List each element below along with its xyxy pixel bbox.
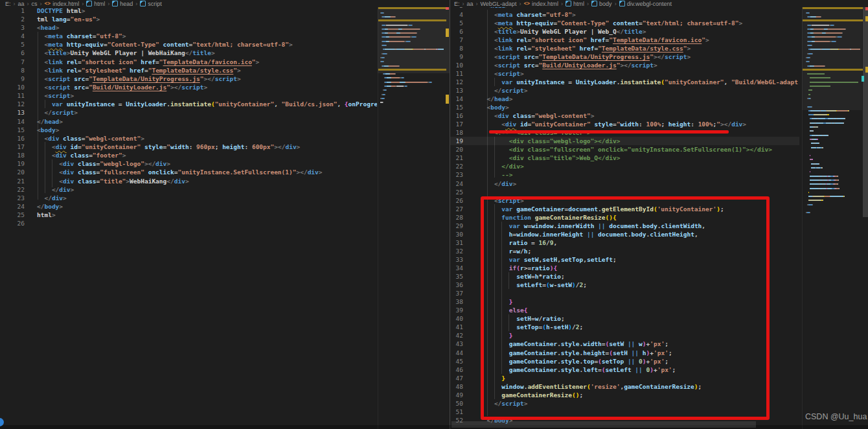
- code-line[interactable]: 16 <div class="webgl-content">: [0, 134, 377, 143]
- line-number: 44: [450, 349, 463, 357]
- minimap-slider-right[interactable]: [802, 4, 862, 110]
- code-line[interactable]: 24</body>: [0, 202, 377, 211]
- chevron-right-icon: ›: [519, 1, 521, 7]
- breadcrumb-item[interactable]: script: [140, 1, 162, 7]
- code-line[interactable]: 7 <link rel="shortcut icon" href="Templa…: [0, 58, 377, 66]
- code-line[interactable]: 17 <div id="unityContainer" style="width…: [0, 143, 377, 151]
- minimap-slider-left[interactable]: [378, 0, 450, 73]
- code-line[interactable]: 21 <div class="title">Web_Q</div>: [450, 154, 799, 162]
- code-line[interactable]: 14 </head>: [450, 95, 799, 103]
- code-line[interactable]: 15 <body>: [450, 103, 799, 111]
- code-line[interactable]: 5 <meta http-equiv="Content-Type" conten…: [0, 40, 377, 49]
- breadcrumb-item[interactable]: WebGL-adapt: [481, 1, 517, 7]
- code-line[interactable]: 4 <meta charset="utf-8">: [0, 32, 377, 40]
- breadcrumb-item[interactable]: div.webgl-content: [619, 1, 672, 7]
- line-number: 32: [450, 247, 463, 255]
- code-line[interactable]: 26: [0, 219, 377, 227]
- chevron-right-icon: ›: [135, 1, 137, 7]
- symbol-icon: [112, 1, 118, 6]
- breadcrumb-item[interactable]: E:: [5, 1, 11, 7]
- line-number: 23: [0, 194, 25, 202]
- chevron-right-icon: ›: [27, 1, 29, 7]
- breadcrumb-item[interactable]: E:: [454, 1, 460, 7]
- code-line[interactable]: 15<body>: [0, 126, 377, 134]
- warning-marker: [446, 29, 449, 37]
- breadcrumb-item[interactable]: cs: [32, 1, 38, 7]
- line-number: 2: [0, 15, 25, 23]
- code-line[interactable]: 25html>: [0, 211, 377, 219]
- code-line[interactable]: 12 var unityInstance = UnityLoader.insta…: [0, 100, 377, 108]
- chevron-right-icon: ›: [82, 1, 84, 7]
- breadcrumb-item[interactable]: aa: [18, 1, 25, 7]
- code-line[interactable]: 13 </script>: [0, 108, 377, 117]
- symbol-icon: [140, 1, 146, 6]
- code-text: </div>: [479, 162, 524, 170]
- breadcrumb-label: aa: [467, 1, 474, 7]
- line-number: 7: [0, 58, 25, 66]
- code-line[interactable]: 22 </div>: [0, 185, 377, 194]
- code-line[interactable]: 22 </div>: [450, 162, 799, 170]
- watermark: CSDN @Uu_hua: [805, 412, 867, 421]
- code-line[interactable]: 7 <link rel="shortcut icon" href="Templa…: [450, 36, 799, 44]
- code-line[interactable]: 12 var unityInstance = UnityLoader.insta…: [450, 78, 799, 86]
- code-line[interactable]: 9 <script src="TemplateData/UnityProgres…: [0, 75, 377, 83]
- code-line[interactable]: 21 <div class="title">WebHaiKang</div>: [0, 177, 377, 185]
- code-line[interactable]: 20 <div class="fullscreen" onclick="unit…: [0, 168, 377, 176]
- code-text: <head>: [37, 23, 59, 32]
- breadcrumb-item[interactable]: aa: [467, 1, 474, 7]
- html-file-icon: <>: [523, 1, 530, 6]
- horizontal-scrollbar[interactable]: [451, 421, 756, 428]
- code-line[interactable]: 14</head>: [0, 117, 377, 126]
- code-text: var unityInstance = UnityLoader.instanti…: [37, 100, 377, 108]
- breadcrumb-item[interactable]: html: [86, 1, 105, 7]
- code-text: <meta http-equiv="Content-Type" content=…: [37, 40, 293, 49]
- line-number: 41: [450, 323, 463, 331]
- code-text: <link rel="shortcut icon" href="Template…: [37, 58, 259, 66]
- line-number: 50: [450, 399, 463, 408]
- code-line[interactable]: 23 </div>: [0, 194, 377, 202]
- code-line[interactable]: 13 </script>: [450, 86, 799, 95]
- code-line[interactable]: 4 <meta charset="utf-8">: [450, 10, 799, 19]
- breadcrumb-item[interactable]: body: [591, 1, 612, 7]
- code-text: </script>: [479, 86, 527, 95]
- code-line[interactable]: 24 </div>: [450, 180, 799, 188]
- code-line[interactable]: 10 <script src="Build/UnityLoader.js"></…: [450, 61, 799, 69]
- code-line[interactable]: 2tml lang="en-us">: [0, 15, 377, 23]
- line-number: 23: [450, 170, 463, 179]
- code-line[interactable]: 17 <div id="unityContainer" style="width…: [450, 120, 799, 128]
- code-line[interactable]: 11 <script>: [450, 69, 799, 78]
- code-text: <body>: [37, 126, 59, 134]
- vertical-scrollbar[interactable]: [863, 4, 868, 217]
- line-number: 18: [0, 151, 25, 159]
- line-number: 25: [0, 211, 25, 219]
- code-line[interactable]: 8 <link rel="stylesheet" href="TemplateD…: [450, 44, 799, 52]
- code-text: <div class="fullscreen" onclick="unityIn…: [37, 168, 323, 176]
- line-number: 4: [0, 32, 25, 40]
- code-line[interactable]: 8 <link rel="stylesheet" href="TemplateD…: [0, 66, 377, 75]
- code-line[interactable]: 20 <div class="fullscreen" onclick="unit…: [450, 145, 799, 154]
- code-text: <script>: [37, 91, 74, 100]
- code-area-left[interactable]: 1DOCTYPE html>2tml lang="en-us">3<head>4…: [0, 0, 377, 429]
- chevron-right-icon: ›: [476, 1, 478, 7]
- code-line[interactable]: 10 <script src="Build/UnityLoader.js"></…: [0, 83, 377, 91]
- code-line[interactable]: 1DOCTYPE html>: [0, 6, 377, 15]
- breadcrumb-label: head: [120, 1, 133, 7]
- breadcrumb-item[interactable]: <>index.html: [45, 1, 80, 7]
- code-line[interactable]: 25: [450, 188, 799, 196]
- code-line[interactable]: 5 <meta http-equiv="Content-Type" conten…: [450, 19, 799, 27]
- code-line[interactable]: 9 <script src="TemplateData/UnityProgres…: [450, 52, 799, 61]
- code-line[interactable]: 16 <div class="webgl-content">: [450, 111, 799, 120]
- code-line[interactable]: 3<head>: [0, 23, 377, 32]
- code-line[interactable]: 11 <script>: [0, 91, 377, 100]
- code-text: <div class="webgl-content">: [37, 134, 144, 143]
- breadcrumb-item[interactable]: html: [565, 1, 584, 7]
- breadcrumb-item[interactable]: <>index.html: [523, 1, 558, 7]
- code-line[interactable]: 6 <title>Unity WebGL Player | Web_Q</tit…: [450, 27, 799, 36]
- code-line[interactable]: 6 <title>Unity WebGL Player | WebHaiKang…: [0, 49, 377, 57]
- line-number: 10: [0, 83, 25, 91]
- code-line[interactable]: 18 <div class="footer">: [0, 151, 377, 159]
- code-line[interactable]: 19 <div class="webgl-logo"></div>: [450, 137, 799, 145]
- code-line[interactable]: 23 -->: [450, 170, 799, 179]
- code-line[interactable]: 19 <div class="webgl-logo"></div>: [0, 159, 377, 168]
- breadcrumb-item[interactable]: head: [112, 1, 133, 7]
